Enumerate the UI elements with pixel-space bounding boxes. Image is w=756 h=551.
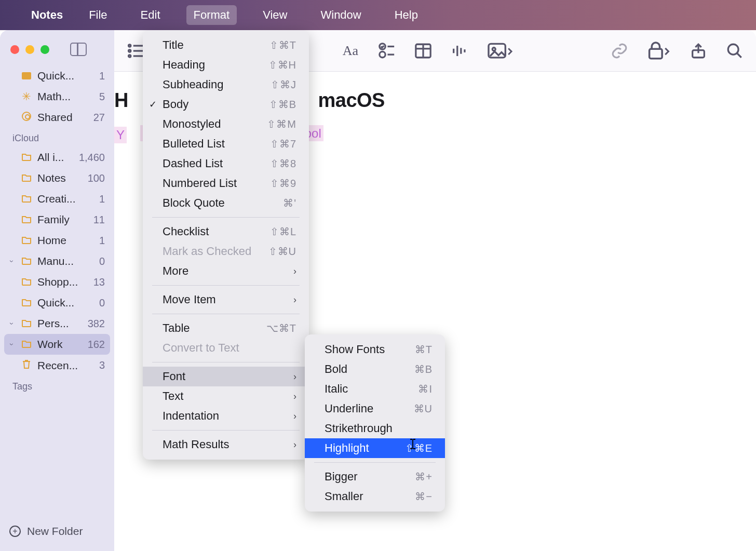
sidebar-folder-1[interactable]: Notes100 bbox=[4, 168, 110, 189]
chevron-right-icon: › bbox=[293, 391, 296, 402]
quicknotes-icon bbox=[21, 70, 32, 82]
disclosure-icon[interactable]: › bbox=[8, 258, 16, 265]
format-item-monostyled[interactable]: Monostyled⇧⌘M bbox=[143, 114, 309, 134]
format-item-numbered-list[interactable]: Numbered List⇧⌘9 bbox=[143, 173, 309, 193]
sidebar-folder-5[interactable]: ›Manu...0 bbox=[4, 251, 110, 272]
shared-icon bbox=[21, 111, 32, 124]
check-icon: ✓ bbox=[149, 99, 157, 110]
sidebar-section-icloud[interactable]: iCloud bbox=[4, 128, 110, 147]
lock-icon[interactable] bbox=[647, 43, 671, 59]
svg-point-8 bbox=[380, 51, 385, 57]
zoom-window-button[interactable] bbox=[40, 45, 49, 54]
minimize-window-button[interactable] bbox=[25, 45, 34, 54]
table-icon[interactable] bbox=[414, 43, 432, 59]
format-item-math-results[interactable]: Math Results› bbox=[143, 435, 309, 454]
folder-icon bbox=[21, 172, 32, 184]
checklist-icon[interactable] bbox=[378, 43, 396, 59]
svg-point-0 bbox=[129, 44, 131, 46]
sidebar-folder-4[interactable]: Home1 bbox=[4, 230, 110, 251]
folder-icon bbox=[21, 276, 32, 288]
link-icon[interactable] bbox=[611, 43, 628, 59]
search-icon[interactable] bbox=[726, 43, 744, 59]
window-controls bbox=[0, 37, 114, 65]
format-item-block-quote[interactable]: Block Quote⌘' bbox=[143, 193, 309, 213]
sidebar-item-shared[interactable]: Shared 27 bbox=[4, 107, 110, 128]
folder-icon bbox=[21, 255, 32, 267]
svg-point-2 bbox=[129, 49, 131, 51]
sidebar-folder-3[interactable]: Family11 bbox=[4, 209, 110, 230]
disclosure-icon[interactable]: › bbox=[8, 320, 16, 327]
media-icon[interactable] bbox=[487, 43, 513, 59]
menu-file[interactable]: File bbox=[82, 5, 114, 25]
folder-icon bbox=[21, 234, 32, 247]
format-item-more[interactable]: More› bbox=[143, 261, 309, 281]
audio-icon[interactable] bbox=[451, 43, 468, 59]
format-item-move-item[interactable]: Move Item› bbox=[143, 290, 309, 310]
menubar: Notes File Edit Format View Window Help bbox=[0, 0, 756, 30]
chevron-right-icon: › bbox=[293, 439, 296, 450]
menu-edit[interactable]: Edit bbox=[133, 5, 168, 25]
font-item-strikethrough[interactable]: Strikethrough bbox=[305, 419, 445, 438]
list-view-icon[interactable] bbox=[127, 43, 144, 59]
format-item-mark-as-checked: Mark as Checked⇧⌘U bbox=[143, 241, 309, 261]
chevron-right-icon: › bbox=[293, 294, 296, 305]
folder-icon bbox=[21, 151, 32, 164]
sidebar-folder-2[interactable]: Creati...1 bbox=[4, 189, 110, 209]
menu-window[interactable]: Window bbox=[313, 5, 368, 25]
svg-point-4 bbox=[129, 55, 131, 57]
toggle-sidebar-icon[interactable] bbox=[70, 43, 87, 56]
format-item-indentation[interactable]: Indentation› bbox=[143, 406, 309, 426]
format-menu: Title⇧⌘THeading⇧⌘HSubheading⇧⌘J✓Body⇧⌘BM… bbox=[143, 30, 309, 460]
format-item-table[interactable]: Table⌥⌘T bbox=[143, 318, 309, 338]
menu-format[interactable]: Format bbox=[186, 5, 237, 25]
sidebar-folder-7[interactable]: Quick...0 bbox=[4, 292, 110, 313]
font-item-italic[interactable]: Italic⌘I bbox=[305, 379, 445, 399]
font-item-show-fonts[interactable]: Show Fonts⌘T bbox=[305, 340, 445, 359]
menu-view[interactable]: View bbox=[255, 5, 294, 25]
format-item-font[interactable]: Font› bbox=[143, 367, 309, 386]
folder-icon bbox=[21, 297, 32, 309]
sidebar-folder-0[interactable]: All i...1,460 bbox=[4, 147, 110, 168]
close-window-button[interactable] bbox=[10, 45, 19, 54]
sidebar-folder-10[interactable]: Recen...3 bbox=[4, 355, 110, 376]
font-item-highlight[interactable]: Highlight⇧⌘E bbox=[305, 438, 445, 458]
folder-icon bbox=[21, 193, 32, 205]
text-cursor-icon bbox=[409, 438, 417, 450]
font-item-underline[interactable]: Underline⌘U bbox=[305, 399, 445, 419]
font-item-bold[interactable]: Bold⌘B bbox=[305, 359, 445, 379]
sidebar-folder-6[interactable]: Shopp...13 bbox=[4, 272, 110, 292]
share-icon[interactable] bbox=[690, 43, 707, 59]
sidebar-folder-9[interactable]: ›Work162 bbox=[4, 334, 110, 355]
math-icon: ✳︎ bbox=[21, 90, 32, 103]
format-item-dashed-list[interactable]: Dashed List⇧⌘8 bbox=[143, 154, 309, 173]
format-item-checklist[interactable]: Checklist⇧⌘L bbox=[143, 222, 309, 241]
trash-icon bbox=[21, 359, 32, 372]
new-folder-button[interactable]: + New Folder bbox=[0, 519, 114, 544]
format-item-body[interactable]: ✓Body⇧⌘B bbox=[143, 95, 309, 114]
svg-rect-19 bbox=[650, 49, 663, 58]
font-submenu: Show Fonts⌘TBold⌘BItalic⌘IUnderline⌘UStr… bbox=[305, 334, 445, 512]
format-item-subheading[interactable]: Subheading⇧⌘J bbox=[143, 75, 309, 95]
sidebar-list[interactable]: Quick... 1 ✳︎ Math... 5 Shared 27 iCloud… bbox=[0, 65, 114, 519]
disclosure-icon[interactable]: › bbox=[8, 341, 16, 348]
svg-point-21 bbox=[728, 44, 738, 55]
font-item-smaller[interactable]: Smaller⌘− bbox=[305, 487, 445, 506]
sidebar-section-tags[interactable]: Tags bbox=[4, 376, 110, 395]
menu-help[interactable]: Help bbox=[387, 5, 425, 25]
sidebar-folder-8[interactable]: ›Pers...382 bbox=[4, 313, 110, 334]
format-item-bulleted-list[interactable]: Bulleted List⇧⌘7 bbox=[143, 134, 309, 154]
format-item-heading[interactable]: Heading⇧⌘H bbox=[143, 55, 309, 75]
sidebar-item-quicknotes[interactable]: Quick... 1 bbox=[4, 65, 110, 86]
svg-line-22 bbox=[737, 53, 741, 58]
folder-icon bbox=[21, 317, 32, 330]
chevron-right-icon: › bbox=[293, 371, 296, 382]
text-style-icon[interactable]: Aa bbox=[342, 43, 359, 59]
format-item-convert-to-text: Convert to Text bbox=[143, 338, 309, 358]
font-item-bigger[interactable]: Bigger⌘+ bbox=[305, 467, 445, 487]
chevron-right-icon: › bbox=[293, 266, 296, 277]
format-item-title[interactable]: Title⇧⌘T bbox=[143, 35, 309, 55]
sidebar-item-math[interactable]: ✳︎ Math... 5 bbox=[4, 86, 110, 107]
format-item-text[interactable]: Text› bbox=[143, 386, 309, 406]
app-name[interactable]: Notes bbox=[31, 8, 63, 22]
svg-point-18 bbox=[492, 48, 495, 51]
